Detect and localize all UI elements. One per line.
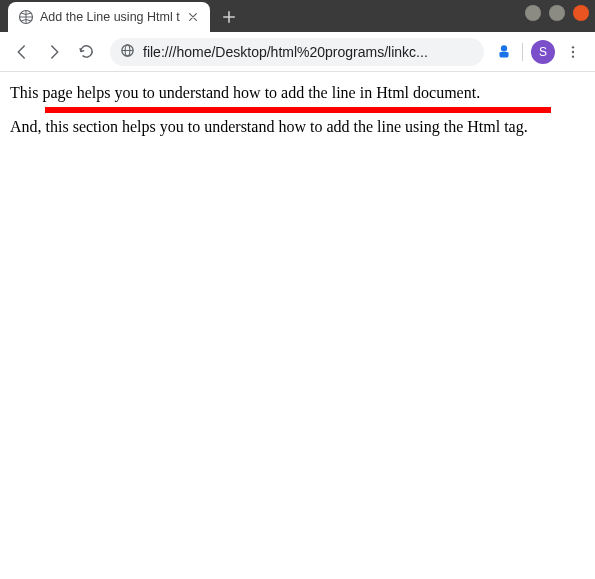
- globe-icon: [18, 9, 34, 25]
- svg-point-6: [572, 50, 574, 52]
- reload-button[interactable]: [72, 38, 100, 66]
- window-controls: [525, 5, 589, 21]
- window-close-button[interactable]: [573, 5, 589, 21]
- separator: [522, 43, 523, 61]
- browser-tab[interactable]: Add the Line using Html t: [8, 2, 210, 32]
- back-button[interactable]: [8, 38, 36, 66]
- tab-strip: Add the Line using Html t: [8, 0, 242, 32]
- new-tab-button[interactable]: [216, 4, 242, 30]
- horizontal-line: [45, 107, 551, 113]
- toolbar: file:///home/Desktop/html%20programs/lin…: [0, 32, 595, 72]
- extension-icon[interactable]: [494, 42, 514, 62]
- close-icon[interactable]: [186, 10, 200, 24]
- address-bar[interactable]: file:///home/Desktop/html%20programs/lin…: [110, 38, 484, 66]
- forward-button[interactable]: [40, 38, 68, 66]
- avatar-letter: S: [539, 45, 547, 59]
- svg-point-5: [572, 46, 574, 48]
- browser-window: Add the Line using Html t: [0, 0, 595, 579]
- paragraph-2: And, this section helps you to understan…: [10, 118, 585, 136]
- svg-point-3: [501, 45, 507, 51]
- file-icon: [120, 43, 135, 61]
- profile-avatar[interactable]: S: [531, 40, 555, 64]
- paragraph-1: This page helps you to understand how to…: [10, 84, 585, 102]
- menu-button[interactable]: [559, 38, 587, 66]
- page-content: This page helps you to understand how to…: [0, 72, 595, 579]
- url-text: file:///home/Desktop/html%20programs/lin…: [143, 44, 474, 60]
- maximize-button[interactable]: [549, 5, 565, 21]
- titlebar: Add the Line using Html t: [0, 0, 595, 32]
- svg-rect-4: [500, 52, 509, 57]
- svg-point-7: [572, 55, 574, 57]
- tab-title: Add the Line using Html t: [40, 10, 180, 24]
- minimize-button[interactable]: [525, 5, 541, 21]
